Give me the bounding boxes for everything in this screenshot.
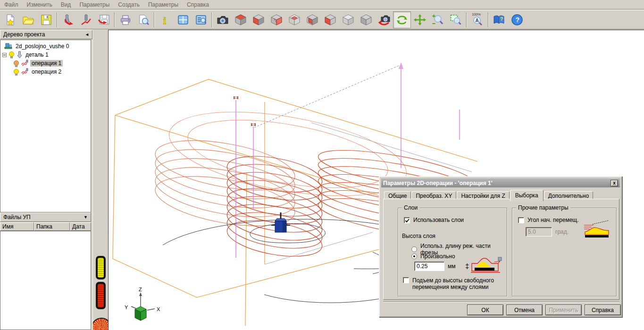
printer-icon <box>119 14 132 26</box>
tab-pocketing[interactable]: Выборка <box>510 190 544 201</box>
rotate-view-button[interactable] <box>393 11 411 28</box>
tree-item-label[interactable]: деталь 1 <box>24 51 50 58</box>
window-layout-button[interactable] <box>174 11 192 28</box>
use-tool-length-radio[interactable] <box>411 246 417 252</box>
project-tree-header: Дерево проекта ◄ <box>0 30 92 39</box>
camera-icon <box>216 14 229 26</box>
toolbar-separator <box>488 12 489 27</box>
use-layers-checkbox[interactable] <box>404 217 410 223</box>
window-layout-icon <box>177 14 189 26</box>
menu-edit[interactable]: Изменить <box>23 0 57 9</box>
info-icon: i <box>159 14 171 26</box>
import-model-icon <box>62 14 74 26</box>
view-right-button[interactable] <box>268 11 285 28</box>
view-side-cube-icon <box>324 14 336 26</box>
save-nc-button[interactable] <box>95 11 113 28</box>
deg-unit-label: град. <box>555 228 569 235</box>
view-dimetric-button[interactable] <box>357 11 375 28</box>
save-project-button[interactable] <box>37 11 55 28</box>
menu-help[interactable]: Справка <box>183 0 213 9</box>
menu-parameters[interactable]: Параметры <box>75 0 114 9</box>
bulb-on-icon <box>8 51 15 59</box>
tree-item-operation-1[interactable]: операция 1 <box>0 59 91 68</box>
nc-files-list[interactable] <box>0 231 91 330</box>
part-tool-icon <box>17 51 23 59</box>
print-preview-icon <box>137 14 150 26</box>
tree-item-root[interactable]: 2d_poslojno_vushe 0 <box>0 42 91 51</box>
view-isometric-button[interactable] <box>339 11 357 28</box>
tree-collapse-icon[interactable] <box>2 53 7 57</box>
menu-create[interactable]: Создать <box>114 0 144 9</box>
dialog-titlebar[interactable]: Параметры 2D-операции - 'операция 1' x <box>381 178 620 187</box>
column-name[interactable]: Имя <box>0 222 34 231</box>
toolbar-separator <box>211 12 212 27</box>
save-icon <box>40 14 52 26</box>
apply-button[interactable]: Применить <box>545 305 582 315</box>
help-button[interactable]: ? <box>508 11 526 28</box>
svg-text:?: ? <box>516 16 520 24</box>
view-front-button[interactable] <box>250 11 268 28</box>
tab-content-panel: Слои Использовать слои Высота слоя Испол… <box>383 199 619 300</box>
info-button[interactable]: i <box>156 11 174 28</box>
dropdown-icon[interactable]: ▼ <box>84 215 88 220</box>
tree-item-detail[interactable]: деталь 1 <box>0 51 91 59</box>
ok-button[interactable]: ОК <box>467 305 503 315</box>
column-date[interactable]: Дата <box>70 222 91 231</box>
tree-item-label[interactable]: 2d_poslojno_vushe 0 <box>14 43 70 50</box>
lift-between-layers-label: Подъем до высоты свободного перемещения … <box>412 277 498 290</box>
start-angle-input[interactable] <box>526 227 552 237</box>
menu-bar: Файл Изменить Вид Параметры Создать Пара… <box>0 0 644 9</box>
start-angle-checkbox[interactable] <box>518 217 524 223</box>
bulb-dim-icon <box>13 59 20 67</box>
rotate-view-icon <box>395 14 409 26</box>
view-back-cube-icon <box>288 14 301 26</box>
new-project-button[interactable] <box>1 11 19 28</box>
svg-text:i: i <box>163 15 166 26</box>
snapshot-button[interactable] <box>214 11 232 28</box>
pan-view-button[interactable] <box>411 11 429 28</box>
close-icon[interactable]: x <box>611 180 618 186</box>
help-topics-button[interactable]: ? <box>490 11 508 28</box>
custom-height-radio[interactable] <box>411 254 417 259</box>
view-isometric-cube-icon <box>342 14 354 26</box>
axis-z-label: Z <box>139 287 142 292</box>
project-tree: 2d_poslojno_vushe 0 деталь 1 операция 1 … <box>0 40 91 212</box>
toolbar-separator <box>57 12 58 27</box>
machine-icon <box>4 42 13 50</box>
column-folder[interactable]: Папка <box>34 222 70 231</box>
menu-view[interactable]: Вид <box>57 0 75 9</box>
axis-x-label: X <box>157 306 160 312</box>
import-model-button[interactable] <box>59 11 77 28</box>
lift-between-layers-checkbox[interactable] <box>403 277 409 283</box>
gauge-strip <box>92 30 108 330</box>
help-dialog-button[interactable]: Справка <box>585 305 621 315</box>
view-dimetric-cube-icon <box>360 14 372 26</box>
layer-height-input[interactable] <box>414 262 444 271</box>
collapse-panel-icon[interactable]: ◄ <box>85 32 89 37</box>
menu-file[interactable]: Файл <box>0 0 23 9</box>
zoom-in-out-button[interactable] <box>429 11 447 28</box>
zoom-100-label: 100% <box>472 12 480 17</box>
tree-item-label[interactable]: операция 1 <box>30 60 63 67</box>
view-back-button[interactable] <box>285 11 303 28</box>
view-left-button[interactable] <box>303 11 321 28</box>
zoom-100-button[interactable]: 100%A <box>468 11 486 28</box>
open-project-button[interactable] <box>19 11 37 28</box>
print-preview-button[interactable] <box>134 11 152 28</box>
window-report-button[interactable] <box>192 11 210 28</box>
create-toolpath-button[interactable] <box>77 11 95 28</box>
view-left-cube-icon <box>306 14 318 26</box>
view-top-button[interactable] <box>232 11 250 28</box>
use-layers-label: Использовать слои <box>413 217 464 223</box>
bulb-on-icon <box>13 68 20 76</box>
print-button[interactable] <box>117 11 134 28</box>
help-icon: ? <box>511 14 523 26</box>
menu-parameters-2[interactable]: Параметры <box>144 0 183 9</box>
view-side-button[interactable] <box>321 11 339 28</box>
nc-files-title: Файлы УП <box>3 214 31 220</box>
tree-item-operation-2[interactable]: операция 2 <box>0 68 91 76</box>
restore-view-button[interactable] <box>375 11 393 28</box>
cancel-button[interactable]: Отмена <box>506 305 543 315</box>
tree-item-label[interactable]: операция 2 <box>30 68 63 75</box>
zoom-window-button[interactable] <box>447 11 465 28</box>
